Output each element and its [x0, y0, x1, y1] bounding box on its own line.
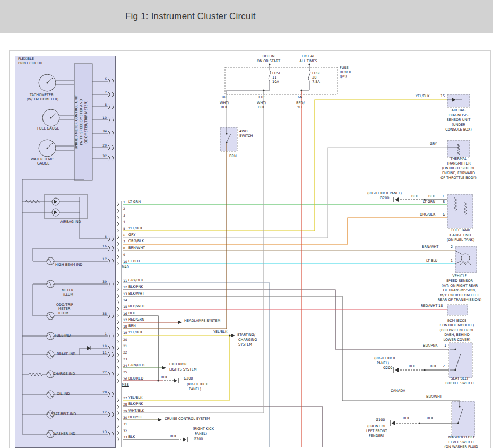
connector-row-wire-label: LT BLU — [128, 260, 140, 263]
row-chevron-icon — [117, 399, 119, 402]
fuse-w3-0: RED/ — [296, 101, 305, 105]
row-chevron-icon — [117, 321, 119, 324]
system-arrow-icon — [178, 321, 182, 324]
vehicle-speed-sensor-box — [455, 246, 477, 273]
junction-dot — [300, 89, 302, 91]
panel-pin-number: 38 — [99, 312, 107, 315]
right-washer-name-line: (ON WASHER FLUID — [444, 445, 478, 448]
wire-brn — [123, 143, 227, 329]
connector-row-wire-label: BRN/WHT — [128, 246, 145, 250]
connector-row-wire-label: WHT/BLK — [128, 409, 144, 413]
grounds-g26-k2: PANEL) — [189, 387, 201, 391]
panel-pin-number: 16 — [99, 244, 107, 248]
pin-chevron-icon — [112, 156, 114, 160]
right-vss-w1: BRN/WHT — [422, 245, 438, 249]
pin-chevron-icon — [108, 432, 110, 436]
row-chevron-icon — [117, 209, 119, 212]
pin-chevron-icon — [108, 145, 110, 150]
panel-pin-number: 17 — [99, 257, 107, 261]
connector-row-number: 4 — [123, 220, 125, 223]
connector-m40: M40 — [122, 265, 129, 269]
pin-chevron-icon — [112, 246, 114, 251]
panel-oil: OIL IND — [57, 392, 70, 396]
panel-airbag: AIRBAG IND — [60, 220, 81, 224]
panel-pin-number: 37 — [99, 154, 107, 158]
thermal-transmitter-box — [447, 140, 470, 157]
row-chevron-icon — [117, 288, 119, 291]
row-chevron-icon — [117, 281, 119, 285]
panel-pin-number: 7 — [99, 90, 107, 94]
connector-row-number: 6 — [123, 233, 125, 237]
pin-chevron-icon — [112, 392, 114, 397]
connector-row-number: 8 — [123, 246, 125, 250]
junction-dot — [269, 63, 270, 65]
panel-meter1: METER — [62, 289, 73, 292]
right-washer-g: G100 — [376, 418, 385, 422]
connector-row-wire-label: RED/GRN — [128, 318, 144, 322]
gauge-center — [50, 117, 52, 119]
right-fueltank-blk2: BLK — [428, 195, 435, 199]
grounds-g33-blk: BLK — [170, 435, 176, 438]
pin-chevron-icon — [112, 334, 114, 338]
panel-tach: TACHOMETER — [30, 93, 54, 97]
panel-brake: BRAKE IND — [57, 352, 75, 356]
connector-row-wire-label: BLK/WHT — [128, 292, 144, 296]
pin-chevron-icon — [112, 259, 114, 263]
panel-pin-number: 6 — [99, 77, 107, 81]
row-chevron-icon — [117, 353, 119, 356]
connector-row-number: 27 — [123, 396, 127, 400]
pin-chevron-icon — [108, 352, 110, 357]
fuse-hot_at-0: HOT AT — [302, 55, 315, 58]
right-washer-blk2: BLK — [427, 417, 433, 420]
gauge-center — [47, 82, 48, 84]
pin-chevron-icon — [108, 372, 110, 376]
connector-row-number: 31 — [123, 422, 127, 426]
connector-row-wire-label: BLK — [128, 435, 135, 439]
row-chevron-icon — [117, 405, 119, 408]
connector-row-wire-label: YEL/BLK — [128, 396, 142, 400]
fuse-f2-2: 7.5A — [312, 80, 320, 84]
pin-chevron-icon — [108, 246, 110, 251]
right-fueltank-gw: ORG/BLK — [420, 213, 435, 217]
row-chevron-icon — [117, 295, 119, 298]
panel-pin-number: 5 — [99, 235, 107, 238]
sw4wd-l2: SWITCH — [239, 134, 253, 138]
right-ecm-p1: 18 — [438, 304, 443, 308]
right-thermal-name-line: (ON RIGHT SIDE OF — [442, 167, 475, 170]
right-thermal-wire: GRY — [430, 142, 437, 146]
row-chevron-icon — [117, 229, 119, 232]
refs-exterior-1: LIGHTS SYSTEM — [169, 368, 197, 372]
connector-row-number: 14 — [123, 298, 127, 302]
pin-chevron-icon — [108, 156, 110, 160]
junction-dot — [418, 422, 420, 424]
panel-odo3: ILLUM — [58, 312, 68, 315]
row-chevron-icon — [117, 327, 119, 330]
pin-chevron-icon — [108, 314, 110, 318]
refs-tap: YEL/BLK — [213, 330, 227, 334]
connector-row-number: 26 — [123, 377, 127, 381]
fuse-icon — [308, 70, 310, 81]
right-vss-p1: 2 — [451, 245, 453, 249]
pin-chevron-icon — [112, 412, 114, 417]
row-chevron-icon — [117, 425, 119, 428]
ground-arrow-icon — [392, 421, 395, 425]
row-chevron-icon — [117, 432, 119, 435]
right-washer-f1: (FRONT OF — [367, 425, 386, 428]
right-washer-f3: FENDER) — [369, 434, 384, 438]
pin-chevron-icon — [112, 145, 114, 150]
row-chevron-icon — [117, 216, 119, 219]
row-chevron-icon — [117, 314, 119, 317]
pin-chevron-icon — [108, 282, 110, 286]
right-airbag-name-line: SENSOR UNIT — [447, 118, 470, 122]
connector-row-number: 25 — [123, 370, 127, 374]
contact-dot — [457, 422, 459, 424]
ground-arrow-icon — [395, 197, 399, 202]
fuse-f2-1: 28 — [312, 76, 316, 80]
right-vss-name-line: SPEED SENSOR — [446, 279, 473, 283]
panel-tach_sub: (W/ TACHOMETER) — [27, 98, 58, 101]
connector-row-number: 11 — [123, 279, 127, 282]
connector-row-wire-label: ORG/BLK — [128, 239, 144, 243]
right-ecm-w1: RED/WHT — [421, 304, 437, 308]
airbag-sensor-box — [447, 94, 470, 107]
refs-starting-0: STARTING/ — [237, 333, 255, 337]
